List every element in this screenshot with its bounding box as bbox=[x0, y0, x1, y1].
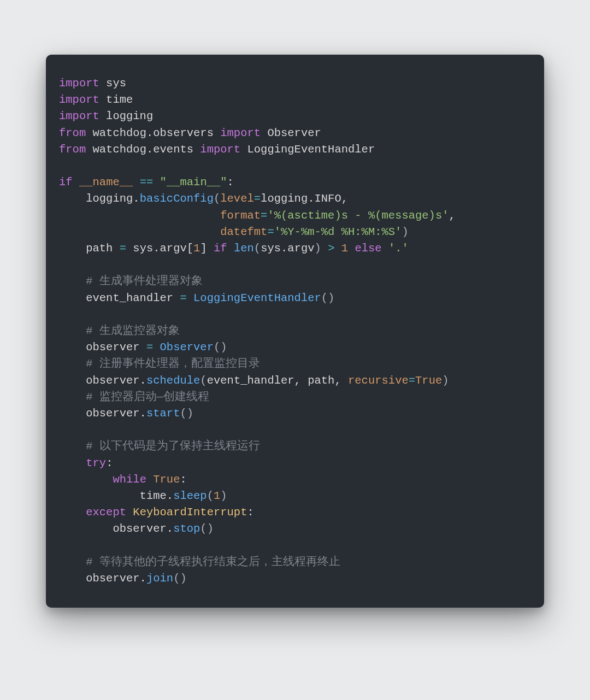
code-token-punc: ( bbox=[214, 192, 220, 205]
code-token-kw: from bbox=[59, 143, 86, 156]
code-token-cls: KeyboardInterrupt bbox=[133, 506, 247, 519]
code-token-plain bbox=[59, 275, 86, 287]
code-token-cmt: # 生成事件处理器对象 bbox=[86, 275, 203, 287]
code-token-punc: () bbox=[321, 292, 335, 304]
code-token-plain: logging bbox=[99, 110, 153, 122]
code-token-punc: ( bbox=[207, 490, 214, 502]
code-token-punc: ) bbox=[220, 490, 227, 502]
code-token-plain bbox=[59, 556, 86, 568]
code-block-card: import sys import time import logging fr… bbox=[46, 55, 544, 608]
code-token-param: recursive bbox=[348, 374, 409, 387]
code-token-bool: True bbox=[415, 374, 442, 387]
code-token-plain: observer. bbox=[59, 407, 146, 420]
code-token-dun: __name__ bbox=[79, 176, 133, 189]
code-token-plain bbox=[153, 176, 160, 189]
code-token-func: len bbox=[234, 242, 254, 255]
code-token-punc: ) bbox=[315, 242, 321, 255]
code-token-plain bbox=[59, 357, 86, 370]
code-token-cmt: # 等待其他的子线程执行结束之后，主线程再终止 bbox=[86, 556, 340, 568]
code-token-kw: try bbox=[86, 457, 106, 469]
code-token-cmt: # 以下代码是为了保持主线程运行 bbox=[86, 440, 260, 452]
code-token-plain bbox=[334, 242, 341, 255]
code-token-op: = bbox=[146, 341, 153, 354]
code-token-func: join bbox=[146, 572, 173, 585]
code-token-func: basicConfig bbox=[140, 192, 214, 205]
code-token-kw: while bbox=[113, 473, 146, 486]
code-token-str: '%Y-%m-%d %H:%M:%S' bbox=[274, 226, 402, 238]
code-token-plain: watchdog.events bbox=[86, 143, 200, 156]
code-token-plain: logging. bbox=[59, 192, 140, 205]
code-token-plain bbox=[59, 391, 86, 403]
code-token-plain bbox=[59, 506, 86, 519]
code-token-func: stop bbox=[173, 522, 200, 535]
code-token-num: 1 bbox=[193, 242, 200, 255]
code-token-func: LoggingEventHandler bbox=[193, 292, 321, 304]
code-token-plain: : bbox=[247, 506, 253, 519]
code-token-func: Observer bbox=[160, 341, 214, 354]
code-token-op: = bbox=[120, 242, 126, 255]
code-token-func: schedule bbox=[146, 374, 200, 387]
code-token-kw: if bbox=[214, 242, 227, 255]
code-token-cmt: # 生成监控器对象 bbox=[86, 325, 180, 337]
code-token-plain: LoggingEventHandler bbox=[240, 143, 375, 156]
code-token-punc: ) bbox=[402, 226, 408, 238]
code-token-plain bbox=[146, 473, 153, 486]
code-token-cmt: # 注册事件处理器，配置监控目录 bbox=[86, 357, 260, 370]
code-token-param: level bbox=[220, 192, 254, 205]
code-token-op: = bbox=[409, 374, 415, 387]
code-token-plain: path bbox=[59, 242, 120, 255]
code-token-kw: if bbox=[59, 176, 73, 189]
code-token-plain bbox=[126, 506, 133, 519]
code-token-param: format bbox=[220, 209, 261, 222]
code-token-plain: logging.INFO, bbox=[261, 192, 348, 205]
code-token-num: 1 bbox=[214, 490, 220, 502]
code-token-kw: except bbox=[86, 506, 126, 519]
code-token-punc: ( bbox=[254, 242, 261, 255]
code-token-plain bbox=[59, 325, 86, 337]
code-token-plain bbox=[59, 209, 220, 222]
code-token-kw: import bbox=[59, 93, 99, 106]
code-token-plain bbox=[321, 242, 328, 255]
code-token-kw: import bbox=[220, 127, 261, 139]
code-token-plain bbox=[59, 457, 86, 469]
code-token-plain: sys bbox=[99, 77, 126, 90]
code-token-plain bbox=[133, 176, 139, 189]
code-token-plain: watchdog.observers bbox=[86, 127, 220, 139]
code-token-op: = bbox=[180, 292, 186, 304]
code-token-kw: from bbox=[59, 127, 86, 139]
code-token-punc: () bbox=[200, 522, 214, 535]
code-token-plain: : bbox=[180, 473, 186, 486]
code-token-bool: True bbox=[153, 473, 180, 486]
code-token-op: == bbox=[140, 176, 154, 189]
code-token-plain: , bbox=[449, 209, 456, 222]
code-token-str: '.' bbox=[388, 242, 409, 255]
code-token-cmt: # 监控器启动—创建线程 bbox=[86, 391, 209, 403]
code-token-num: 1 bbox=[341, 242, 348, 255]
code-token-plain: observer. bbox=[59, 374, 146, 387]
code-token-plain bbox=[382, 242, 388, 255]
code-content: import sys import time import logging fr… bbox=[59, 75, 531, 587]
code-token-func: start bbox=[146, 407, 180, 420]
code-token-kw: else bbox=[355, 242, 381, 255]
code-token-plain: sys.argv[ bbox=[126, 242, 193, 255]
code-token-plain bbox=[348, 242, 355, 255]
code-token-plain bbox=[59, 473, 113, 486]
code-token-punc: ( bbox=[200, 374, 206, 387]
code-token-func: sleep bbox=[173, 490, 207, 502]
code-token-punc: () bbox=[180, 407, 193, 420]
code-token-kw: import bbox=[200, 143, 240, 156]
code-token-plain: : bbox=[106, 457, 113, 469]
code-token-str: "__main__" bbox=[160, 176, 227, 189]
code-token-plain: : bbox=[227, 176, 234, 189]
code-token-kw: import bbox=[59, 77, 99, 90]
code-token-plain: ] bbox=[200, 242, 214, 255]
code-token-op: > bbox=[328, 242, 334, 255]
code-token-plain bbox=[227, 242, 234, 255]
code-token-plain: Observer bbox=[261, 127, 321, 139]
code-token-plain: observer. bbox=[59, 522, 173, 535]
code-token-plain: observer bbox=[59, 341, 146, 354]
code-token-str: '%(asctime)s - %(message)s' bbox=[267, 209, 449, 222]
code-token-plain: observer. bbox=[59, 572, 146, 585]
code-token-punc: () bbox=[173, 572, 187, 585]
code-token-plain bbox=[153, 341, 160, 354]
